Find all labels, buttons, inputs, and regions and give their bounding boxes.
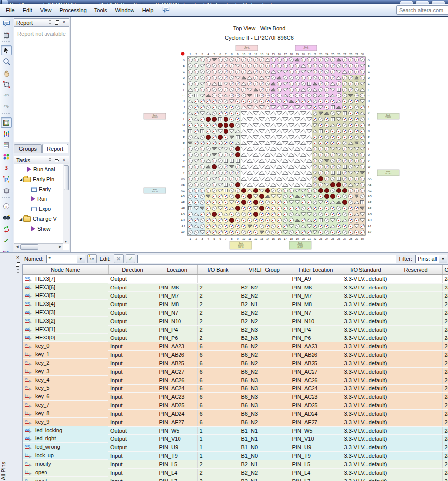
fitter-cell[interactable]: PIN_L4 — [290, 468, 342, 477]
table-row[interactable]: inlock_upInputPIN_T91B1_N0PIN_T93.3-V LV… — [23, 451, 448, 460]
io-standard-cell[interactable]: 3.3-V LV...default) — [342, 325, 390, 334]
location-cell[interactable]: PIN_L4 — [157, 468, 197, 477]
report-float-icon[interactable] — [54, 20, 60, 25]
column-header[interactable]: I/O Standard — [342, 265, 390, 275]
fitter-cell[interactable]: PIN_AD24 — [290, 409, 342, 418]
table-row[interactable]: outHEX3[1]OutputPIN_P42B2_N3PIN_P43.3-V … — [23, 325, 448, 334]
io-standard-cell[interactable]: 3.3-V LV...default) — [342, 317, 390, 325]
edit-input[interactable] — [137, 255, 396, 263]
direction-cell[interactable]: Output — [108, 291, 157, 300]
direction-cell[interactable]: Input — [108, 460, 157, 468]
io-bank-cell[interactable]: 6 — [197, 409, 239, 418]
back-annotate-icon[interactable] — [1, 224, 12, 234]
node-name-cell[interactable]: inopen — [23, 468, 108, 477]
reserved-cell[interactable] — [390, 342, 442, 350]
io-standard-cell[interactable]: 3.3-V LV...default) — [342, 291, 390, 300]
io-bank-cell[interactable]: 1 — [197, 426, 239, 434]
direction-cell[interactable]: Output — [108, 300, 157, 308]
location-cell[interactable]: PIN_P6 — [157, 334, 197, 342]
direction-cell[interactable]: Input — [108, 392, 157, 401]
reserved-cell[interactable] — [390, 392, 442, 401]
location-cell[interactable]: PIN_P4 — [157, 325, 197, 334]
node-name-cell[interactable]: inlock_up — [23, 451, 108, 460]
comment-icon[interactable] — [162, 6, 170, 14]
direction-cell[interactable]: Output — [108, 334, 157, 342]
menu-edit[interactable]: Edit — [19, 6, 36, 14]
node-name-cell[interactable]: outHEX3[5] — [23, 291, 108, 300]
expander-icon[interactable]: ◢ — [18, 177, 23, 182]
vref-cell[interactable]: B2_N3 — [239, 334, 290, 342]
current-cell[interactable]: 24 — [442, 359, 448, 367]
node-name-cell[interactable]: outHEX3[1] — [23, 325, 108, 334]
io-standard-cell[interactable]: 3.3-V LV...default) — [342, 384, 390, 392]
location-cell[interactable]: PIN_AC24 — [157, 384, 197, 392]
tasks-hscrollbar[interactable]: ◀ ▶ — [14, 243, 63, 250]
direction-cell[interactable]: Output — [108, 275, 157, 284]
node-name-cell[interactable]: inreset — [23, 477, 108, 481]
vref-cell[interactable]: B6_N2 — [239, 350, 290, 359]
reserved-cell[interactable] — [390, 409, 442, 418]
direction-cell[interactable]: Input — [108, 350, 157, 359]
vref-cell[interactable]: B1_N0 — [239, 451, 290, 460]
report-window-icon[interactable] — [1, 140, 12, 150]
table-row[interactable]: inkey_7InputPIN_AD256B6_N3PIN_AD253.3-V … — [23, 401, 448, 409]
fitter-cell[interactable]: PIN_P4 — [290, 325, 342, 334]
location-cell[interactable]: PIN_M8 — [157, 300, 197, 308]
device-view-icon[interactable] — [1, 186, 12, 196]
reserved-cell[interactable] — [390, 350, 442, 359]
current-cell[interactable]: 24 — [442, 275, 448, 284]
io-bank-cell[interactable]: 2 — [197, 317, 239, 325]
io-standard-cell[interactable]: 3.3-V LV...default) — [342, 443, 390, 451]
fitter-cell[interactable]: PIN_L7 — [290, 477, 342, 481]
column-header[interactable]: I/O Bank — [197, 265, 239, 275]
io-standard-cell[interactable]: 3.3-V LV...default) — [342, 409, 390, 418]
direction-cell[interactable]: Input — [108, 409, 157, 418]
io-bank-cell[interactable]: 6 — [197, 342, 239, 350]
table-row[interactable]: outHEX3[2]OutputPIN_N102B2_N2PIN_N103.3-… — [23, 317, 448, 325]
node-name-cell[interactable]: outHEX3[2] — [23, 317, 108, 325]
reserved-cell[interactable] — [390, 443, 442, 451]
direction-cell[interactable]: Output — [108, 317, 157, 325]
node-name-cell[interactable]: inkey_3 — [23, 367, 108, 376]
reserved-cell[interactable] — [390, 300, 442, 308]
column-header[interactable]: Node Name — [23, 265, 108, 275]
io-bank-cell[interactable]: 2 — [197, 283, 239, 291]
current-cell[interactable]: 24 — [442, 401, 448, 409]
fitter-cell[interactable]: PIN_AD25 — [290, 401, 342, 409]
reserved-cell[interactable] — [390, 418, 442, 426]
vref-cell[interactable]: B6_N3 — [239, 401, 290, 409]
node-name-cell[interactable]: inkey_7 — [23, 401, 108, 409]
io-standard-cell[interactable]: 3.3-V LV...default) — [342, 342, 390, 350]
table-row[interactable]: inkey_5InputPIN_AC246B6_N3PIN_AC243.3-V … — [23, 384, 448, 392]
table-row[interactable]: inkey_3InputPIN_AC276B6_N2PIN_AC273.3-V … — [23, 367, 448, 376]
panel-pin-icon[interactable] — [15, 269, 21, 274]
io-standard-cell[interactable]: 3.3-V LV...default) — [342, 283, 390, 291]
check-io-icon[interactable]: ✓ — [1, 235, 12, 245]
fitter-cell[interactable]: PIN_M8 — [290, 300, 342, 308]
reserved-cell[interactable] — [390, 317, 442, 325]
edit-cancel-button[interactable]: ✕ — [114, 254, 124, 263]
package-pin-grid[interactable]: 1122334455667788991010111112121313141415… — [71, 17, 448, 252]
current-cell[interactable]: 24 — [442, 460, 448, 468]
task-item[interactable]: Run — [14, 194, 63, 204]
direction-cell[interactable]: Output — [108, 426, 157, 434]
location-cell[interactable]: PIN_AB25 — [157, 359, 197, 367]
table-row[interactable]: inkey_2InputPIN_AB256B6_N2PIN_AB253.3-V … — [23, 359, 448, 367]
maximize-button[interactable] — [415, 1, 429, 4]
column-header[interactable]: Location — [157, 265, 197, 275]
column-header[interactable]: Fitter Location — [290, 265, 342, 275]
task-item[interactable]: Early — [14, 184, 63, 194]
current-cell[interactable]: 24 — [442, 334, 448, 342]
location-cell[interactable]: PIN_M6 — [157, 283, 197, 291]
vref-cell[interactable]: B1_N1 — [239, 434, 290, 443]
current-cell[interactable]: 24 — [442, 434, 448, 443]
node-name-cell[interactable]: inkey_9 — [23, 418, 108, 426]
current-cell[interactable]: 24 — [442, 325, 448, 334]
table-row[interactable]: outHEX3[3]OutputPIN_N72B2_N2PIN_N73.3-V … — [23, 308, 448, 317]
vref-cell[interactable]: B6_N3 — [239, 409, 290, 418]
column-header[interactable]: C — [442, 265, 448, 275]
io-standard-cell[interactable]: 3.3-V LV...default) — [342, 359, 390, 367]
io-standard-cell[interactable]: 3.3-V LV...default) — [342, 426, 390, 434]
report-pin-icon[interactable] — [47, 20, 53, 25]
io-bank-cell[interactable] — [197, 275, 239, 284]
